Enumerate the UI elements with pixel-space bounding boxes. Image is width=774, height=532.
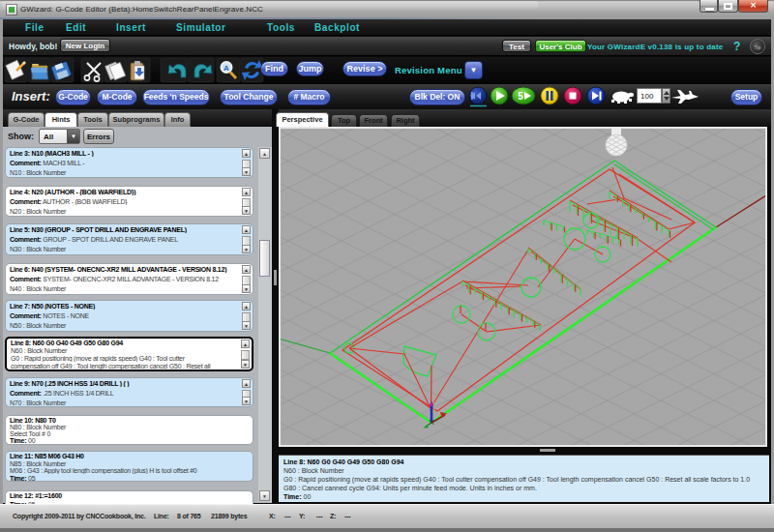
svg-text:A: A: [223, 64, 229, 73]
svg-text:5: 5: [518, 91, 523, 102]
